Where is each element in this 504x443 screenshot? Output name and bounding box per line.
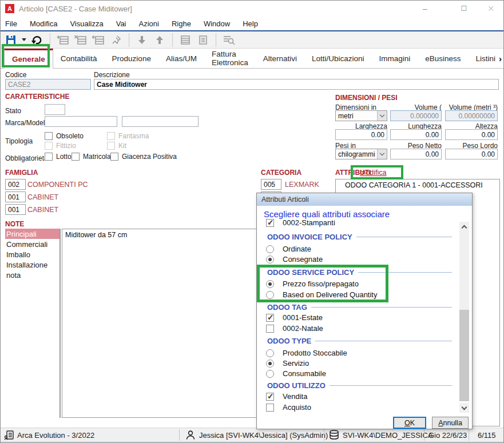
chevron-down-icon[interactable] — [377, 149, 387, 159]
tab-alias-um[interactable]: Alias/UM — [158, 49, 204, 68]
radio-servizio[interactable]: Servizio — [257, 359, 454, 368]
radio-icon[interactable] — [266, 291, 274, 299]
radio-icon[interactable] — [266, 360, 274, 368]
radio-consumabile[interactable]: Consumabile — [257, 369, 454, 378]
categoria-code-field[interactable]: 005 — [261, 179, 281, 190]
annulla-button[interactable]: Annulla — [432, 417, 469, 429]
group-title: ODOO TAG — [267, 303, 307, 312]
marca-field[interactable] — [45, 116, 117, 127]
checkbox-icon[interactable] — [45, 132, 53, 140]
radio-prezzo-fisso[interactable]: Prezzo fisso/prepagato — [257, 280, 454, 288]
minimize-button[interactable]: – — [417, 3, 433, 14]
checkbox-0002-stampanti[interactable]: 0002-Stampanti — [257, 218, 454, 227]
toolbar-separator — [172, 33, 173, 47]
group-divider — [315, 341, 452, 341]
radio-icon[interactable] — [266, 349, 274, 357]
pesi-in-select[interactable]: chilogrammi — [335, 149, 387, 159]
radio-based-on-delivered[interactable]: Based on Delivered Quantity — [257, 290, 454, 299]
menu-righe[interactable]: Righe — [172, 19, 191, 28]
radio-ordinate[interactable]: Ordinate — [257, 245, 454, 253]
radio-icon[interactable] — [266, 256, 274, 264]
codice-field[interactable]: CASE2 — [5, 79, 91, 90]
checkbox-matricola[interactable]: Matricola — [72, 153, 111, 161]
checkbox-icon[interactable] — [266, 325, 274, 333]
tab-listini[interactable]: Listini — [469, 49, 497, 68]
tab-ebusiness[interactable]: eBusiness — [418, 49, 468, 68]
famiglia-value: COMPONENTI PC — [27, 181, 88, 189]
undo-icon[interactable] — [30, 33, 44, 47]
tab-overflow-chevron-icon[interactable]: › — [497, 49, 504, 68]
checkbox-vendita[interactable]: Vendita — [257, 392, 454, 401]
menu-window[interactable]: Window — [204, 19, 230, 28]
stato-label: Stato — [5, 107, 21, 115]
ok-button[interactable]: OK — [393, 417, 426, 429]
dialog-title-bar[interactable]: Attributi Articoli — [257, 193, 472, 206]
group-title: ODOO INVOICE POLICY — [267, 233, 352, 241]
save-icon[interactable] — [4, 33, 18, 47]
checkbox-0002-natale[interactable]: 0002-Natale — [257, 324, 454, 333]
note-tab-commerciali[interactable]: Commerciali — [5, 239, 59, 249]
menu-visualizza[interactable]: Visualizza — [70, 19, 103, 28]
famiglia-code-field[interactable]: 002 — [5, 179, 26, 190]
checkbox-icon[interactable] — [266, 219, 274, 227]
toolbar — [1, 30, 503, 49]
group-divider — [311, 307, 452, 308]
note-tab-imballo[interactable]: Imballo — [5, 249, 59, 260]
modifica-link[interactable]: modifica — [360, 169, 387, 177]
checkbox-icon[interactable] — [110, 153, 118, 161]
menu-azioni[interactable]: Azioni — [139, 19, 159, 28]
tab-produzione[interactable]: Produzione — [105, 49, 158, 68]
tab-immagini[interactable]: Immagini — [372, 49, 418, 68]
menu-file[interactable]: File — [5, 19, 17, 28]
scroll-up-icon[interactable] — [459, 222, 469, 232]
statusbar-separator — [424, 429, 424, 441]
menu-modifica[interactable]: Modifica — [30, 19, 57, 28]
checkbox-icon[interactable] — [266, 404, 274, 412]
menu-vai[interactable]: Vai — [116, 19, 126, 28]
checkbox-acquisto[interactable]: Acquisto — [257, 403, 454, 412]
famiglia-code-field[interactable]: 001 — [5, 204, 26, 215]
peso-lordo-field[interactable]: 0.00 — [445, 149, 498, 159]
tab-generale[interactable]: Generale — [4, 49, 53, 69]
attributi-list-item[interactable]: ODOO CATEGORIA 1 - 0001-ACCESSORI — [336, 179, 499, 190]
dimensioni-in-select[interactable]: metri — [335, 110, 387, 121]
checkbox-icon[interactable] — [45, 153, 53, 161]
stato-field[interactable] — [45, 104, 65, 115]
radio-consegnate[interactable]: Consegnate — [257, 255, 454, 264]
tab-lotti-ubicazioni[interactable]: Lotti/Ubicazioni — [304, 49, 372, 68]
checkbox-icon[interactable] — [72, 153, 80, 161]
radio-prodotto-stoccabile[interactable]: Prodotto Stoccabile — [257, 349, 454, 357]
modello-field[interactable] — [122, 116, 199, 127]
tab-contabilita[interactable]: Contabilità — [53, 49, 105, 68]
chevron-down-icon[interactable] — [377, 111, 387, 121]
checkbox-lotto[interactable]: Lotto — [45, 153, 72, 161]
note-tab-principali[interactable]: Principali — [5, 229, 59, 239]
tab-alternativi[interactable]: Alternativi — [256, 49, 304, 68]
larghezza-field[interactable]: 0.00 — [335, 129, 387, 140]
lunghezza-field[interactable]: 0.00 — [390, 129, 442, 140]
radio-icon[interactable] — [266, 370, 274, 378]
menu-help[interactable]: Help — [243, 19, 258, 28]
option-label: 0001-Estate — [283, 313, 323, 322]
radio-icon[interactable] — [266, 245, 274, 253]
peso-netto-field[interactable]: 0.00 — [390, 149, 442, 159]
checkbox-giacenza-positiva[interactable]: Giacenza Positiva — [110, 153, 177, 161]
save-dropdown-icon[interactable] — [22, 38, 26, 41]
checkbox-0001-estate[interactable]: 0001-Estate — [257, 313, 454, 322]
tab-fattura-elettronica[interactable]: Fattura Elettronica — [204, 49, 256, 68]
famiglia-code-field[interactable]: 001 — [5, 191, 26, 202]
scroll-down-icon[interactable] — [459, 403, 469, 413]
note-tab-installazione[interactable]: Installazione — [5, 260, 59, 270]
checkbox-icon[interactable] — [266, 314, 274, 322]
altezza-field[interactable]: 0.00 — [445, 129, 498, 140]
radio-icon[interactable] — [266, 280, 274, 288]
descrizione-field[interactable]: Case Miditower — [94, 79, 499, 90]
checkbox-label: Lotto — [56, 153, 72, 161]
close-button[interactable]: ✕ — [483, 3, 499, 14]
dialog-scrollbar-thumb[interactable] — [459, 310, 469, 401]
note-tab-nota[interactable]: nota — [5, 270, 59, 280]
checkbox-icon[interactable] — [266, 393, 274, 401]
maximize-button[interactable]: ☐ — [456, 3, 472, 14]
checkbox-obsoleto[interactable]: Obsoleto — [45, 132, 84, 140]
statusbar-app: Arca Evolution - 3/2022 — [4, 428, 94, 442]
